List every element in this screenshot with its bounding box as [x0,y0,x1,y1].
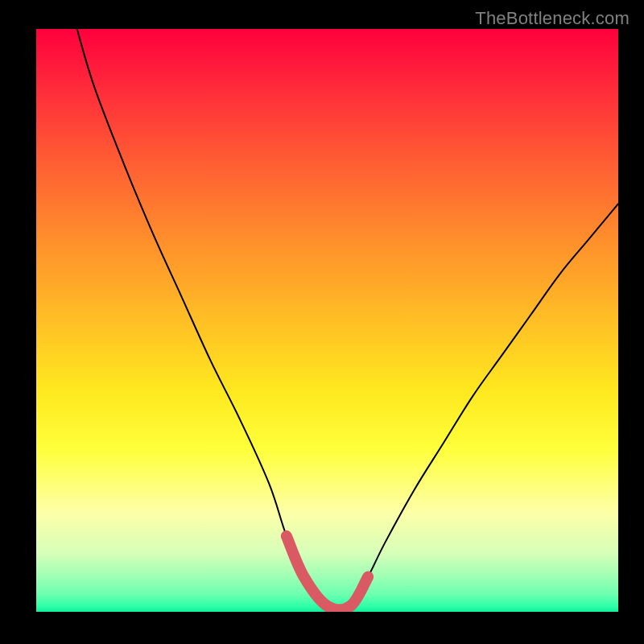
main-curve-path [77,29,618,610]
chart-frame: TheBottleneck.com [0,0,644,644]
watermark-text: TheBottleneck.com [475,8,630,29]
curve-layer [36,29,618,612]
plot-area [36,29,618,612]
trough-marker [287,536,368,610]
trough-marker-path [287,536,368,610]
main-curve [77,29,618,610]
